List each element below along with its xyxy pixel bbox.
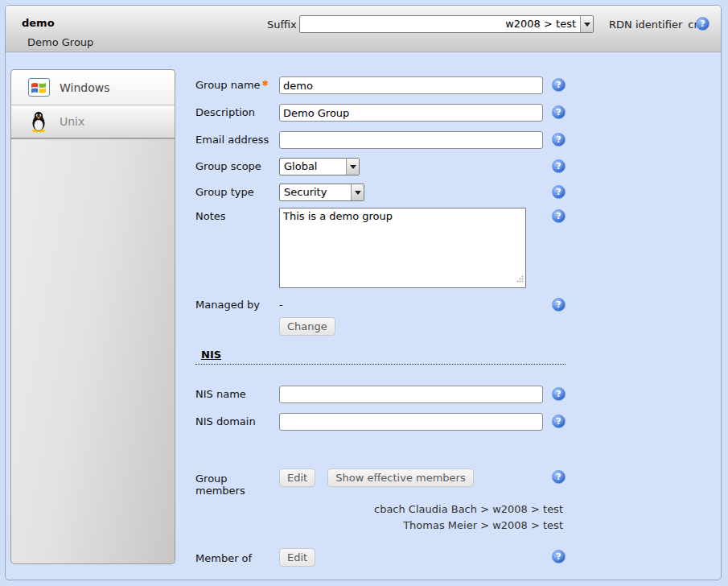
module-tabs-sidebar: Windows Unix (10, 69, 175, 564)
group-type-dropdown-button[interactable] (351, 184, 364, 200)
member-of-label: Member of (195, 548, 279, 564)
help-icon[interactable]: ? (552, 209, 566, 223)
description-label: Description (195, 104, 279, 118)
suffix-selected-value: w2008 > test (300, 16, 580, 32)
nis-domain-input[interactable] (279, 413, 543, 431)
tab-windows-label: Windows (60, 81, 110, 94)
group-type-selected-value: Security (280, 184, 351, 200)
title-bar: demo Demo Group Suffix w2008 > test RDN … (6, 6, 721, 52)
tab-unix-label: Unix (60, 115, 84, 128)
managed-by-row: Managed by - Change ? (195, 296, 566, 336)
nis-name-row: NIS name ? (195, 386, 566, 403)
rdn-label: RDN identifier (609, 19, 682, 31)
nis-name-label: NIS name (195, 386, 279, 400)
notes-row: Notes This is a demo group ? (195, 208, 566, 288)
group-scope-label: Group scope (195, 158, 279, 172)
group-type-label: Group type (195, 184, 279, 198)
email-input[interactable] (279, 131, 543, 149)
chevron-down-icon (584, 23, 590, 27)
help-icon[interactable]: ? (696, 17, 709, 31)
group-name-row: Group name✱ ? (195, 76, 566, 94)
member-of-edit-button[interactable]: Edit (279, 548, 315, 567)
help-icon[interactable]: ? (552, 550, 566, 563)
description-input[interactable] (279, 104, 543, 122)
group-scope-selected-value: Global (280, 159, 346, 175)
nis-section-header: NIS (195, 349, 566, 365)
help-icon[interactable]: ? (552, 298, 566, 312)
group-name-input[interactable] (279, 76, 543, 94)
group-scope-select[interactable]: Global (279, 158, 360, 175)
tux-penguin-icon (27, 111, 50, 133)
windows-group-form: Group name✱ ? Description ? Email addres… (195, 76, 566, 567)
help-icon[interactable]: ? (552, 133, 566, 146)
group-members-row: Group members Edit Show effective member… (195, 468, 566, 497)
managed-by-value: - (279, 296, 283, 311)
rdn-identifier: RDN identifiercn (609, 19, 701, 31)
account-subtitle: Demo Group (27, 36, 93, 48)
member-of-row: Member of Edit ? (195, 548, 566, 567)
chevron-down-icon (355, 191, 361, 195)
nis-section-title: NIS (201, 349, 221, 361)
help-icon[interactable]: ? (552, 185, 566, 199)
nis-domain-label: NIS domain (195, 413, 279, 427)
help-icon[interactable]: ? (552, 470, 566, 484)
tab-unix[interactable]: Unix (10, 105, 175, 138)
group-members-edit-button[interactable]: Edit (279, 468, 315, 487)
account-title: demo (22, 17, 55, 29)
sidebar-panel (10, 138, 175, 564)
suffix-dropdown-button[interactable] (580, 16, 593, 32)
nis-name-input[interactable] (279, 386, 543, 403)
group-members-label: Group members (195, 468, 279, 497)
help-icon[interactable]: ? (552, 105, 566, 119)
chevron-down-icon (350, 165, 356, 169)
group-member-item: cbach Claudia Bach > w2008 > test (195, 501, 563, 518)
windows-logo-icon (27, 78, 50, 97)
show-effective-members-button[interactable]: Show effective members (327, 468, 474, 487)
change-button[interactable]: Change (279, 317, 335, 336)
description-row: Description ? (195, 104, 566, 122)
notes-textarea[interactable]: This is a demo group (279, 208, 526, 288)
email-label: Email address (195, 131, 279, 146)
suffix-select[interactable]: w2008 > test (299, 15, 594, 33)
group-type-select[interactable]: Security (279, 184, 364, 201)
managed-by-label: Managed by (195, 296, 279, 311)
help-icon[interactable]: ? (552, 387, 566, 401)
help-icon[interactable]: ? (552, 159, 566, 173)
group-scope-row: Group scope Global ? (195, 158, 566, 175)
group-type-row: Group type Security ? (195, 184, 566, 201)
group-name-label: Group name✱ (195, 76, 279, 91)
account-edit-window: demo Demo Group Suffix w2008 > test RDN … (5, 5, 722, 580)
email-row: Email address ? (195, 131, 566, 149)
help-icon[interactable]: ? (552, 78, 566, 92)
group-members-list: cbach Claudia Bach > w2008 > test Thomas… (195, 501, 563, 534)
help-icon[interactable]: ? (552, 415, 566, 428)
group-scope-dropdown-button[interactable] (346, 159, 359, 175)
group-member-item: Thomas Meier > w2008 > test (195, 518, 563, 534)
nis-domain-row: NIS domain ? (195, 413, 566, 431)
tab-windows[interactable]: Windows (10, 69, 175, 105)
notes-label: Notes (195, 208, 279, 222)
required-asterisk-icon: ✱ (262, 79, 269, 88)
suffix-label: Suffix (267, 19, 297, 31)
